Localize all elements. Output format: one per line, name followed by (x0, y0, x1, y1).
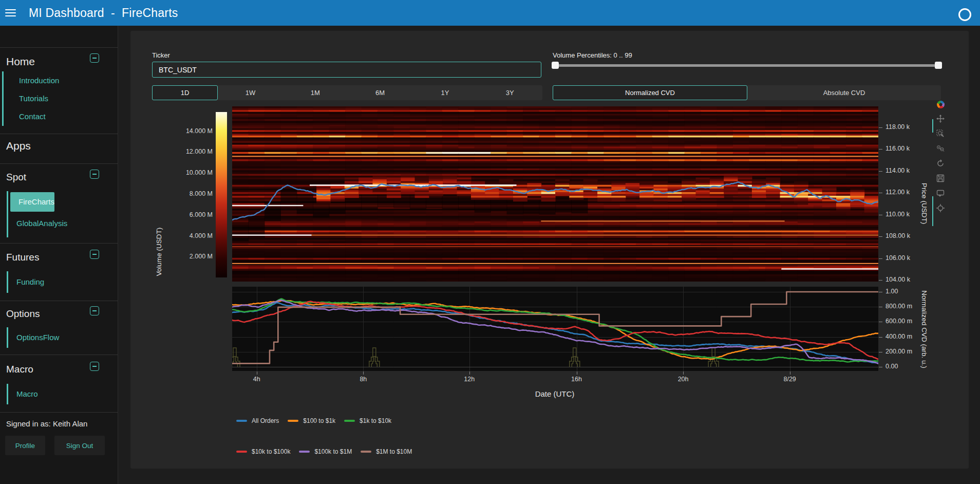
x-tick-label: 20h (665, 376, 701, 383)
colorbar-tick-label: 12.000 M (179, 148, 213, 155)
box-zoom-icon[interactable] (936, 129, 945, 138)
divider (0, 412, 118, 413)
range-button-1w[interactable]: 1W (218, 85, 282, 100)
y-tick-mark (879, 280, 882, 281)
legend-swatch-icon (299, 451, 310, 452)
slider-handle-max[interactable] (935, 62, 942, 69)
collapse-minus-icon[interactable] (90, 53, 99, 63)
cvd-axis-title: Normalized CVD (arb. u.) (920, 273, 928, 386)
collapse-minus-icon[interactable] (90, 250, 99, 259)
y-tick-mark (879, 367, 882, 367)
range-button-3y[interactable]: 3Y (478, 85, 542, 100)
x-tick-mark (790, 371, 790, 375)
legend-swatch-icon (344, 420, 355, 421)
x-tick-mark (683, 371, 684, 375)
y-tick-mark (879, 307, 882, 307)
colorbar-tick-label: 2.000 M (179, 253, 213, 260)
sidebar-item-funding[interactable]: Funding (8, 271, 44, 293)
ticker-label: Ticker (152, 51, 170, 59)
app-title: MI Dashboard - FireCharts (29, 0, 178, 26)
legend-label: $1M to $10M (376, 448, 412, 455)
section-label-home: Home (6, 55, 35, 68)
legend-item[interactable]: $1M to $10M (361, 448, 412, 455)
sidebar-item-optionsflow[interactable]: OptionsFlow (8, 327, 59, 348)
absolute-cvd-button[interactable]: Absolute CVD (747, 85, 941, 100)
volume-percentiles-slider (553, 61, 941, 70)
zoom-in-out-icon[interactable] (936, 144, 945, 153)
legend-item[interactable]: $10k to $100k (236, 448, 290, 455)
range-button-1d[interactable]: 1D (152, 85, 218, 100)
y-tick-mark (879, 322, 882, 322)
autoscale-reset-icon[interactable] (936, 159, 945, 168)
sidebar-section-macro: Macro (6, 364, 99, 375)
firecharts-page: Ticker 1D 1W 1M 6M 1Y 3Y Volume Percenti… (130, 31, 969, 469)
collapse-minus-icon[interactable] (90, 306, 99, 315)
menu-icon[interactable] (5, 7, 21, 19)
section-label-options: Options (6, 308, 40, 320)
normalized-cvd-button[interactable]: Normalized CVD (553, 85, 747, 100)
y-tick-mark (879, 149, 882, 150)
plotly-modebar (935, 101, 946, 213)
collapse-minus-icon[interactable] (90, 362, 99, 371)
divider (0, 301, 118, 301)
y-tick-mark (879, 258, 882, 259)
sidebar-item-introduction[interactable]: Introduction (4, 71, 59, 89)
legend-label: $100 to $1k (303, 417, 335, 424)
divider (0, 163, 118, 164)
sidebar-section-futures: Futures (6, 252, 99, 263)
time-range-selector: 1D 1W 1M 6M 1Y 3Y (152, 85, 542, 100)
y-tick-mark (879, 127, 882, 128)
user-circle-icon[interactable] (958, 8, 971, 21)
price-tick-label: 114.00 k (885, 167, 910, 174)
spike-crosshair-icon[interactable] (936, 203, 945, 213)
legend-swatch-icon (236, 451, 247, 452)
sidebar-section-spot: Spot (6, 172, 99, 183)
profile-button[interactable]: Profile (5, 436, 45, 455)
plotly-logo-icon[interactable] (937, 101, 945, 108)
range-button-6m[interactable]: 6M (348, 85, 412, 100)
range-button-1y[interactable]: 1Y (412, 85, 477, 100)
legend-swatch-icon (236, 420, 247, 421)
ticker-input[interactable] (152, 62, 541, 78)
legend-item[interactable]: All Orders (236, 417, 279, 424)
modebar-group-indicator (932, 196, 933, 226)
futures-submenu: Funding (7, 271, 44, 293)
colorbar-title: Volume (USDT) (155, 211, 163, 293)
cvd-line-chart-canvas[interactable] (232, 287, 878, 371)
cvd-mode-selector: Normalized CVD Absolute CVD (553, 85, 941, 100)
volume-heatmap-canvas[interactable] (232, 106, 878, 282)
sidebar-item-globalanalysis[interactable]: GlobalAnalysis (8, 212, 77, 235)
divider (0, 47, 118, 48)
sidebar-item-contact[interactable]: Contact (4, 107, 59, 125)
colorbar-tick-label: 14.000 M (179, 127, 213, 135)
pan-icon[interactable] (936, 114, 945, 123)
y-tick-mark (879, 337, 882, 338)
range-button-1m[interactable]: 1M (283, 85, 348, 100)
price-tick-label: 118.00 k (885, 123, 910, 131)
sidebar-item-firecharts[interactable]: FireCharts (10, 192, 54, 212)
section-label-apps: Apps (6, 140, 31, 152)
cvd-tick-label: 0.00 (885, 363, 898, 370)
divider (0, 243, 118, 244)
slider-track[interactable] (553, 64, 941, 67)
sign-out-button[interactable]: Sign Out (54, 436, 105, 455)
legend-label: $10k to $100k (252, 448, 290, 455)
legend-item[interactable]: $1k to $10k (344, 417, 391, 424)
sidebar: Home Introduction Tutorials Contact Apps… (0, 26, 118, 484)
legend-item[interactable]: $100k to $1M (299, 448, 352, 455)
colorbar-tick-label: 8.000 M (179, 190, 213, 197)
collapse-minus-icon[interactable] (90, 170, 99, 179)
x-axis-title: Date (UTC) (503, 389, 606, 398)
sidebar-item-tutorials[interactable]: Tutorials (4, 89, 59, 107)
sidebar-item-macro[interactable]: Macro (8, 384, 38, 404)
slider-handle-min[interactable] (552, 62, 559, 69)
hover-comment-icon[interactable] (936, 189, 945, 198)
legend-label: $100k to $1M (314, 448, 352, 455)
cvd-tick-label: 400.00 m (885, 333, 912, 340)
save-snapshot-icon[interactable] (936, 174, 945, 183)
cvd-tick-label: 200.00 m (885, 348, 912, 355)
legend-item[interactable]: $100 to $1k (288, 417, 335, 424)
cvd-tick-label: 600.00 m (885, 318, 912, 325)
y-tick-mark (879, 236, 882, 237)
x-tick-label: 16h (559, 376, 595, 383)
